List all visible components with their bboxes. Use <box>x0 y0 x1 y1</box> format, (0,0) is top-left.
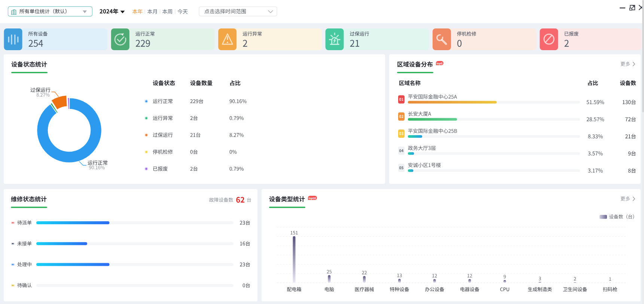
svg-text:top5: top5 <box>437 62 443 65</box>
svg-text:top10: top10 <box>308 197 316 200</box>
